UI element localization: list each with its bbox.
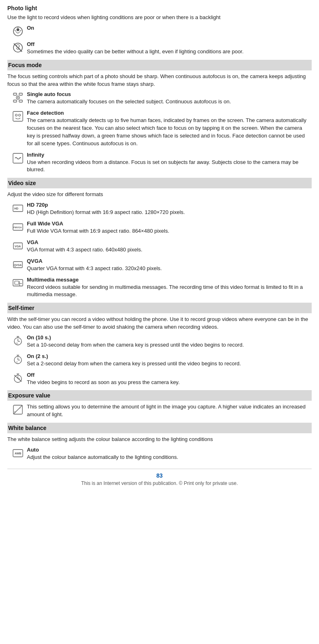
item-hd-720p: HD HD 720p HD (High Definition) format w…	[7, 202, 312, 216]
section-header-white-balance: White balance	[7, 423, 312, 433]
svg-rect-10	[19, 93, 22, 95]
footer: 83 This is an Internet version of this p…	[7, 469, 312, 486]
item-title-timer-10s: On (10 s.)	[27, 334, 312, 341]
item-content-multimedia-message: Multimedia message Record videos suitabl…	[27, 277, 312, 299]
item-title-auto-wb: Auto	[27, 447, 312, 453]
section-desc-video-size: Adjust the video size for different form…	[7, 191, 312, 199]
item-qvga: QVGA QVGA Quarter VGA format with 4:3 as…	[7, 258, 312, 273]
item-content-timer-off: Off The video begins to record as soon a…	[27, 372, 312, 386]
svg-rect-27	[15, 281, 19, 284]
item-content-vga: VGA VGA format with 4:3 aspect ratio. 64…	[27, 239, 312, 254]
item-light-off: Off Sometimes the video quality can be b…	[7, 41, 312, 56]
item-desc-single-auto-focus: The camera automatically focuses on the …	[27, 98, 312, 106]
item-desc-face-detection: The camera automatically detects up to f…	[27, 117, 312, 147]
item-desc-auto-wb: Adjust the colour balance automatically …	[27, 454, 312, 461]
svg-point-16	[19, 114, 21, 116]
svg-text:AWB: AWB	[15, 452, 21, 455]
icon-qvga: QVGA	[9, 258, 27, 270]
icon-timer-off	[9, 372, 27, 384]
section-header-exposure-value: Exposure value	[7, 390, 312, 401]
item-title-single-auto-focus: Single auto focus	[27, 91, 312, 97]
item-title-infinity: Infinity	[27, 152, 312, 158]
icon-exposure: + −	[9, 403, 27, 415]
svg-text:FWVGA: FWVGA	[13, 226, 22, 229]
svg-text:HD: HD	[14, 207, 18, 210]
icon-hd-720p: HD	[9, 202, 27, 214]
icon-light-on	[9, 25, 27, 37]
item-desc-light-off: Sometimes the video quality can be bette…	[27, 48, 312, 56]
item-content-light-off: Off Sometimes the video quality can be b…	[27, 41, 312, 56]
svg-rect-17	[13, 153, 23, 163]
item-desc-timer-10s: Set a 10-second delay from when the came…	[27, 341, 312, 349]
section-focus-mode: The focus setting controls which part of…	[7, 73, 312, 174]
icon-timer-10s: 10	[9, 334, 27, 347]
svg-rect-9	[13, 100, 17, 102]
item-desc-multimedia-message: Record videos suitable for sending in mu…	[27, 284, 312, 299]
svg-text:+: +	[14, 410, 16, 414]
section-header-video-size: Video size	[7, 178, 312, 188]
item-content-timer-2s: On (2 s.) Set a 2-second delay from when…	[27, 353, 312, 368]
svg-point-13	[17, 97, 19, 98]
svg-text:2: 2	[16, 361, 17, 363]
icon-vga: VGA	[9, 239, 27, 251]
icon-auto-wb: AWB	[9, 447, 27, 459]
section-self-timer: With the self-timer you can record a vid…	[7, 316, 312, 386]
item-auto-wb: AWB Auto Adjust the colour balance autom…	[7, 447, 312, 461]
section-title-self-timer: Self-timer	[7, 305, 312, 311]
item-face-detection: Face detection The camera automatically …	[7, 110, 312, 147]
section-title-video-size: Video size	[7, 180, 312, 186]
item-content-face-detection: Face detection The camera automatically …	[27, 110, 312, 147]
item-desc-timer-2s: Set a 2-second delay from when the camer…	[27, 360, 312, 368]
item-content-light-on: On	[27, 25, 312, 32]
page-container: Photo light Use the light to record vide…	[0, 0, 319, 494]
svg-rect-8	[13, 93, 17, 95]
svg-point-7	[17, 44, 20, 47]
item-title-hd-720p: HD 720p	[27, 202, 312, 208]
svg-point-15	[15, 114, 17, 116]
item-content-auto-wb: Auto Adjust the colour balance automatic…	[27, 447, 312, 461]
item-content-hd-720p: HD 720p HD (High Definition) format with…	[27, 202, 312, 216]
svg-text:10: 10	[15, 342, 18, 345]
item-light-on: On	[7, 25, 312, 37]
item-timer-10s: 10 On (10 s.) Set a 10-second delay from…	[7, 334, 312, 349]
item-content-full-wide-vga: Full Wide VGA Full Wide VGA format with …	[27, 220, 312, 235]
svg-rect-14	[13, 111, 23, 121]
item-content-single-auto-focus: Single auto focus The camera automatical…	[27, 91, 312, 106]
section-video-size: Adjust the video size for different form…	[7, 191, 312, 299]
item-timer-2s: 2 On (2 s.) Set a 2-second delay from wh…	[7, 353, 312, 368]
item-multimedia-message: Multimedia message Record videos suitabl…	[7, 277, 312, 299]
footer-copyright: This is an Internet version of this publ…	[7, 480, 312, 486]
item-vga: VGA VGA VGA format with 4:3 aspect ratio…	[7, 239, 312, 254]
svg-text:VGA: VGA	[15, 245, 21, 248]
item-title-light-on: On	[27, 25, 312, 31]
item-title-full-wide-vga: Full Wide VGA	[27, 220, 312, 227]
svg-line-3	[20, 30, 21, 31]
item-title-qvga: QVGA	[27, 258, 312, 264]
item-content-qvga: QVGA Quarter VGA format with 4:3 aspect …	[27, 258, 312, 273]
section-desc-photo-light: Use the light to record videos when ligh…	[7, 14, 312, 22]
item-desc-exposure: This setting allows you to determine the…	[27, 403, 312, 419]
item-title-timer-off: Off	[27, 372, 312, 378]
icon-light-off	[9, 41, 27, 53]
section-header-self-timer: Self-timer	[7, 303, 312, 313]
item-desc-infinity: Use when recording videos from a distanc…	[27, 159, 312, 174]
svg-point-1	[17, 28, 20, 31]
item-desc-timer-off: The video begins to record as soon as yo…	[27, 379, 312, 386]
item-infinity: Infinity Use when recording videos from …	[7, 152, 312, 174]
section-desc-self-timer: With the self-timer you can record a vid…	[7, 316, 312, 331]
item-title-vga: VGA	[27, 239, 312, 245]
item-timer-off: Off The video begins to record as soon a…	[7, 372, 312, 386]
svg-rect-11	[19, 100, 22, 102]
section-title-white-balance: White balance	[7, 425, 312, 431]
svg-point-0	[13, 27, 22, 36]
section-desc-focus-mode: The focus setting controls which part of…	[7, 73, 312, 88]
item-content-infinity: Infinity Use when recording videos from …	[27, 152, 312, 174]
item-title-face-detection: Face detection	[27, 110, 312, 116]
section-title-focus-mode: Focus mode	[7, 62, 312, 68]
svg-line-2	[15, 30, 16, 31]
section-title-exposure-value: Exposure value	[7, 392, 312, 399]
item-content-exposure: This setting allows you to determine the…	[27, 403, 312, 419]
item-desc-full-wide-vga: Full Wide VGA format with 16:9 aspect ra…	[27, 227, 312, 235]
icon-timer-2s: 2	[9, 353, 27, 365]
section-title-photo-light: Photo light	[7, 5, 312, 11]
